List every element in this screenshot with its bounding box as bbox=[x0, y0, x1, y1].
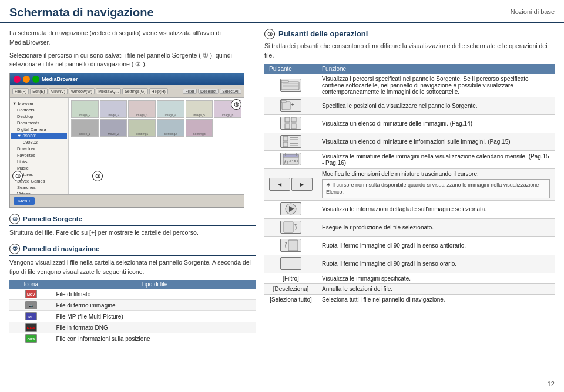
table-row: GPSFile con informazioni sulla posizione bbox=[9, 333, 256, 344]
col-icon: Icona bbox=[9, 280, 52, 289]
thumb-movie1: Movie_1 bbox=[71, 119, 99, 137]
file-type-icon: RAW bbox=[25, 323, 37, 332]
thumb-2: Image_2 bbox=[100, 100, 127, 118]
file-type-table: Icona Tipo di file MOVFile di filmato📷Fi… bbox=[9, 280, 256, 344]
file-icon-cell: MP bbox=[9, 311, 52, 322]
ops-button-cell: [Deseleziona] bbox=[264, 283, 317, 294]
intro-line1: La schermata di navigazione (vedere di s… bbox=[9, 29, 256, 48]
menu-file[interactable]: File(F) bbox=[12, 88, 29, 94]
screenshot-bottom-bar: Menu bbox=[10, 194, 244, 207]
table-row: RAWFile in formato DNG bbox=[9, 322, 256, 333]
file-type-label: File di fermo immagine bbox=[52, 300, 256, 311]
screenshot-body: ▼ browser Contacts Desktop Documents Dig… bbox=[10, 98, 244, 208]
ops-button-cell: [Seleziona tutto] bbox=[264, 294, 317, 305]
ops-row: [Filtro]Visualizza le immagini specifica… bbox=[264, 273, 555, 283]
ops-icon-btn[interactable] bbox=[280, 135, 301, 148]
menu-mediasq[interactable]: MediaSQ... bbox=[96, 88, 121, 94]
thumb-sent3: SentImg3 bbox=[186, 119, 213, 137]
screenshot-toolbar: File(F) Edit(E) View(V) Window(W) MediaS… bbox=[10, 85, 244, 98]
svg-rect-12 bbox=[283, 136, 288, 141]
select-all-btn[interactable]: Select All bbox=[220, 89, 241, 94]
page-number: 12 bbox=[548, 380, 555, 387]
ops-desc: Modifica le dimensioni delle miniature t… bbox=[322, 171, 550, 177]
ops-icon-btn[interactable] bbox=[280, 239, 301, 252]
ops-icon-btn[interactable] bbox=[280, 79, 301, 92]
svg-rect-28 bbox=[288, 240, 298, 251]
deselect-btn[interactable]: Deselect bbox=[198, 89, 219, 94]
ops-icon-btn[interactable]: + bbox=[280, 99, 301, 112]
folder-090301[interactable]: ▼ 090301 bbox=[11, 133, 67, 139]
svg-rect-9 bbox=[291, 117, 296, 122]
menu-window[interactable]: Window(W) bbox=[69, 88, 95, 94]
ops-function-cell: Ruota il fermo immagine di 90 gradi in s… bbox=[317, 236, 555, 255]
svg-marker-27 bbox=[294, 224, 297, 226]
svg-marker-29 bbox=[285, 242, 287, 244]
intro-line2: Selezionare il percorso in cui sono salv… bbox=[9, 51, 256, 70]
menu-view[interactable]: View(V) bbox=[49, 88, 68, 94]
ops-button-cell bbox=[264, 255, 317, 273]
file-type-icon: MOV bbox=[25, 290, 37, 298]
menu-help[interactable]: Help(H) bbox=[149, 88, 168, 94]
ops-col-func: Funzione bbox=[317, 64, 555, 74]
ops-row: 1 2 3 4 5 6 78 9 ...Visualizza le miniat… bbox=[264, 150, 555, 168]
ops-function-cell: Visualizza le immagini specificate. bbox=[317, 273, 555, 283]
panel1-section: ① Pannello Sorgente Struttura dei file. … bbox=[9, 214, 256, 238]
left-column: La schermata di navigazione (vedere di s… bbox=[9, 29, 256, 344]
ops-btn-next[interactable]: ▶ bbox=[291, 178, 313, 191]
ops-row: Esegue la riproduzione del file selezion… bbox=[264, 218, 555, 236]
panel1-desc: Struttura dei file. Fare clic su [+] per… bbox=[9, 228, 256, 238]
operations-table: Pulsante Funzione Visualizza i percorsi … bbox=[264, 64, 555, 305]
ops-function-cell: Annulla le selezioni dei file. bbox=[317, 283, 555, 294]
ops-row: +Specifica le posizioni da visualizzare … bbox=[264, 97, 555, 114]
ops-icon-btn[interactable]: 1 2 3 4 5 6 78 9 ... bbox=[280, 153, 301, 165]
panel2-num: ② bbox=[9, 244, 20, 254]
ops-function-cell: Modifica le dimensioni delle miniature t… bbox=[317, 168, 555, 200]
ops-button-cell: ◀▶ bbox=[264, 168, 317, 200]
svg-rect-11 bbox=[291, 124, 296, 129]
thumb-3: Image_3 bbox=[128, 100, 156, 118]
menu-settings[interactable]: Settings(G) bbox=[122, 88, 147, 94]
ops-button-cell: [Filtro] bbox=[264, 273, 317, 283]
svg-rect-26 bbox=[284, 222, 293, 232]
folder-browser: ▼ browser bbox=[11, 100, 67, 107]
table-row: MOVFile di filmato bbox=[9, 289, 256, 300]
file-icon-cell: 📷 bbox=[9, 300, 52, 311]
ops-num: ③ bbox=[264, 29, 275, 39]
ops-button-cell: + bbox=[264, 97, 317, 114]
menu-button[interactable]: Menu bbox=[14, 197, 35, 205]
ops-text-btn[interactable]: [Deseleziona] bbox=[273, 286, 309, 292]
svg-rect-1 bbox=[281, 80, 288, 83]
ops-btn-prev[interactable]: ◀ bbox=[269, 178, 290, 191]
thumb-sent1: SentImg1 bbox=[128, 119, 156, 137]
panel1-title: Pannello Sorgente bbox=[23, 215, 82, 222]
ops-button-cell bbox=[264, 200, 317, 218]
thumb-movie2: Movie_2 bbox=[100, 119, 127, 137]
ops-row: [Seleziona tutto]Seleziona tutti i file … bbox=[264, 294, 555, 305]
ops-icon-btn[interactable] bbox=[280, 202, 301, 215]
ops-row: Ruota il fermo immagine di 90 gradi in s… bbox=[264, 236, 555, 255]
menu-edit[interactable]: Edit(E) bbox=[30, 88, 47, 94]
ops-function-cell: Visualizza le miniature delle immagini n… bbox=[317, 150, 555, 168]
panel2-desc: Vengono visualizzati i file nella cartel… bbox=[9, 258, 256, 277]
panel2-title: Pannello di navigazione bbox=[23, 245, 99, 252]
file-icon-cell: MOV bbox=[9, 289, 52, 300]
ops-icon-btn[interactable] bbox=[280, 257, 301, 270]
thumb-4: Image_4 bbox=[157, 100, 184, 118]
ops-icon-btn[interactable] bbox=[280, 117, 301, 130]
ops-col-btn: Pulsante bbox=[264, 64, 317, 74]
ops-button-cell bbox=[264, 114, 317, 133]
thumb-1: Image_2 bbox=[71, 100, 99, 118]
ops-function-cell: Specifica le posizioni da visualizzare n… bbox=[317, 97, 555, 114]
ops-button-cell: 1 2 3 4 5 6 78 9 ... bbox=[264, 150, 317, 168]
file-icon-cell: GPS bbox=[9, 333, 52, 344]
ops-text-btn[interactable]: [Seleziona tutto] bbox=[270, 296, 312, 303]
panel1-num: ① bbox=[9, 214, 20, 224]
ops-function-cell: Esegue la riproduzione del file selezion… bbox=[317, 218, 555, 236]
file-type-icon: 📷 bbox=[25, 301, 37, 309]
overlay-num-1: ① bbox=[12, 171, 23, 181]
ops-button-cell bbox=[264, 236, 317, 255]
ops-text-btn[interactable]: [Filtro] bbox=[283, 275, 299, 282]
panel2-section: ② Pannello di navigazione Vengono visual… bbox=[9, 244, 256, 345]
filter-btn[interactable]: Filter bbox=[183, 89, 197, 94]
ops-icon-btn[interactable] bbox=[280, 221, 301, 234]
